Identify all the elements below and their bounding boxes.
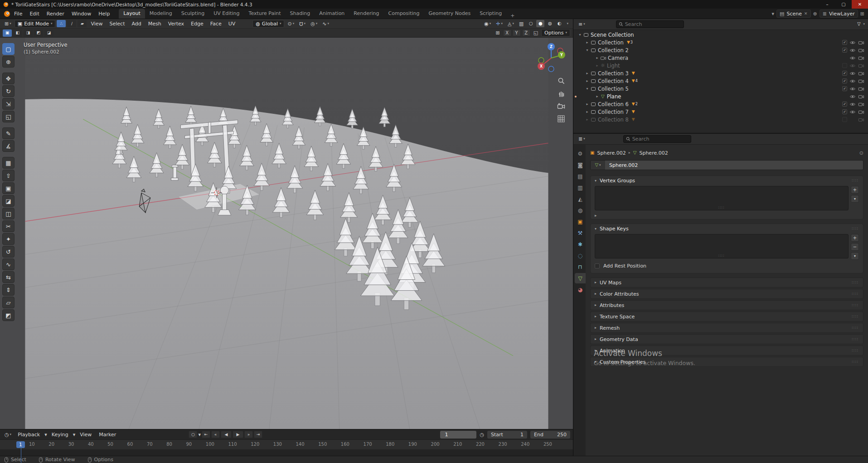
eye-icon[interactable] [849, 86, 856, 92]
chevron-right-icon[interactable]: ▸ [595, 214, 597, 218]
eye-icon[interactable] [849, 40, 856, 45]
remove-shape-key-button[interactable]: − [851, 243, 859, 251]
properties-editor-type-button[interactable]: ≣▾ [577, 136, 587, 142]
outliner-row-collection-6[interactable]: ▸ Collection 6 ▼2 ✓ [573, 100, 868, 108]
pin-icon[interactable]: ⊙ [859, 151, 863, 156]
exclude-checkbox[interactable]: ✓ [842, 48, 847, 53]
menu-file[interactable]: File [10, 11, 26, 17]
grip-icon[interactable]: ∷∷ [852, 303, 859, 307]
chevron-right-icon[interactable]: ▸ [584, 79, 590, 83]
grip-icon[interactable]: ∷∷ [852, 349, 859, 353]
jump-to-end-button[interactable]: ⇥ [254, 431, 262, 438]
chevron-down-icon[interactable]: ▾ [584, 49, 590, 52]
camera-toggle-icon[interactable] [858, 102, 864, 107]
menu-mesh[interactable]: Mesh [145, 21, 164, 27]
next-keyframe-button[interactable]: » [244, 431, 253, 438]
exclude-checkbox[interactable] [842, 63, 847, 68]
exclude-checkbox[interactable]: ✓ [842, 71, 847, 76]
mesh-name-value[interactable]: Sphere.002 [605, 161, 863, 170]
current-frame-indicator[interactable]: 1 [16, 441, 25, 448]
tab-scene[interactable]: ◭ [575, 194, 586, 204]
chevron-down-icon[interactable]: ▾ [577, 33, 583, 37]
panel-geometry-data[interactable]: ▸Geometry Data∷∷ [590, 334, 863, 344]
tool-transform[interactable]: ◱ [2, 111, 15, 122]
proportional-edit-button[interactable]: ◎▾ [309, 21, 319, 27]
tab-material[interactable]: ◕ [575, 284, 586, 295]
options-dropdown[interactable]: Options▾ [541, 29, 570, 37]
grip-icon[interactable]: ∷∷ [852, 360, 859, 364]
shading-solid-button[interactable]: ● [536, 20, 544, 27]
tool-scale[interactable]: ⇲ [2, 98, 15, 110]
outliner-search-input[interactable] [625, 21, 681, 27]
filter-dropdown-icon[interactable]: ▾ [863, 23, 865, 26]
tool-spin[interactable]: ↺ [2, 246, 15, 258]
camera-toggle-icon[interactable] [858, 40, 864, 45]
chevron-right-icon[interactable]: ▸ [584, 118, 590, 122]
tab-animation[interactable]: Animation [315, 9, 349, 19]
tab-view-layer[interactable]: ▥ [575, 182, 586, 193]
close-button[interactable]: ✕ [852, 0, 868, 9]
auto-keying-button[interactable]: ○ [189, 431, 197, 438]
tool-select-box[interactable]: ▢ [2, 43, 15, 55]
menu-playback[interactable]: Playback [15, 432, 43, 438]
gizmo-neg-y[interactable] [538, 58, 544, 63]
panel-color-attributes[interactable]: ▸Color Attributes∷∷ [590, 289, 863, 299]
chevron-right-icon[interactable]: ▸ [594, 95, 600, 98]
shape-key-specials-button[interactable]: ▾ [851, 252, 859, 260]
vertex-group-specials-button[interactable]: ▾ [851, 195, 859, 203]
chevron-right-icon[interactable]: ▸ [584, 110, 590, 114]
tool-knife[interactable]: ✂ [2, 220, 15, 232]
snap-button[interactable]: Ω▾ [297, 21, 307, 27]
tab-physics[interactable]: ◌ [575, 250, 586, 261]
tab-sculpting[interactable]: Sculpting [177, 9, 209, 19]
menu-view-timeline[interactable]: View [77, 432, 94, 438]
scene-selector[interactable]: ▤ Scene ✕ [776, 10, 811, 18]
tool-extrude[interactable]: ⇧ [2, 170, 15, 181]
tool-inset[interactable]: ▣ [2, 182, 15, 194]
camera-toggle-icon[interactable] [858, 78, 864, 84]
exclude-checkbox[interactable]: ✓ [842, 86, 847, 91]
play-reverse-button[interactable]: ◀ [221, 431, 232, 438]
outliner-row-collection-7[interactable]: ▸ Collection 7 ▼ ✓ [573, 108, 868, 116]
filter-icon[interactable]: ∇ [857, 22, 860, 27]
breadcrumb-object[interactable]: Sphere.002 [597, 150, 626, 156]
exclude-checkbox[interactable]: ✓ [842, 78, 847, 83]
menu-keying[interactable]: Keying [49, 432, 71, 438]
panel-remesh[interactable]: ▸Remesh∷∷ [590, 323, 863, 333]
tool-bevel[interactable]: ◪ [2, 195, 15, 207]
outliner-row-scene-collection[interactable]: ▾ Scene Collection [573, 31, 868, 39]
tab-constraints[interactable]: ⊓ [575, 262, 586, 272]
tool-rip[interactable]: ◩ [2, 309, 15, 321]
eye-icon[interactable] [849, 71, 856, 76]
tab-compositing[interactable]: Compositing [384, 9, 424, 19]
menu-select[interactable]: Select [107, 21, 128, 27]
tab-modeling[interactable]: Modeling [145, 9, 177, 19]
camera-toggle-icon[interactable] [858, 117, 864, 122]
grip-icon[interactable]: ∷∷ [852, 227, 859, 231]
menu-marker[interactable]: Marker [96, 432, 119, 438]
show-visibility-button[interactable]: ◉▾ [482, 21, 493, 27]
menu-face[interactable]: Face [208, 21, 224, 27]
face-select-button[interactable]: ▰ [78, 20, 87, 27]
eye-icon[interactable] [849, 78, 856, 84]
previous-keyframe-button[interactable]: « [211, 431, 220, 438]
properties-search[interactable] [623, 135, 691, 143]
tool-annotate[interactable]: ✎ [2, 127, 15, 139]
pivot-point-button[interactable]: ⊙▾ [286, 21, 296, 27]
browse-scene-icon[interactable]: ▾ [772, 11, 775, 16]
menu-help[interactable]: Help [95, 11, 113, 17]
tab-object[interactable]: ▣ [575, 216, 586, 227]
chevron-right-icon[interactable]: ▸ [584, 102, 590, 106]
tool-shrink-fatten[interactable]: ⇕ [2, 284, 15, 296]
zoom-icon[interactable] [557, 77, 565, 85]
shading-options-button[interactable]: ▾ [565, 22, 570, 26]
camera-view-icon[interactable] [557, 102, 565, 110]
mirror-y-toggle[interactable]: Y [513, 29, 521, 36]
eye-icon[interactable] [849, 94, 856, 99]
eye-icon[interactable] [849, 102, 856, 107]
play-button[interactable]: ▶ [233, 431, 243, 438]
menu-render[interactable]: Render [43, 11, 68, 17]
properties-search-input[interactable] [632, 136, 689, 142]
exclude-checkbox[interactable]: ✓ [842, 109, 847, 114]
tab-geometry-nodes[interactable]: Geometry Nodes [424, 9, 475, 19]
